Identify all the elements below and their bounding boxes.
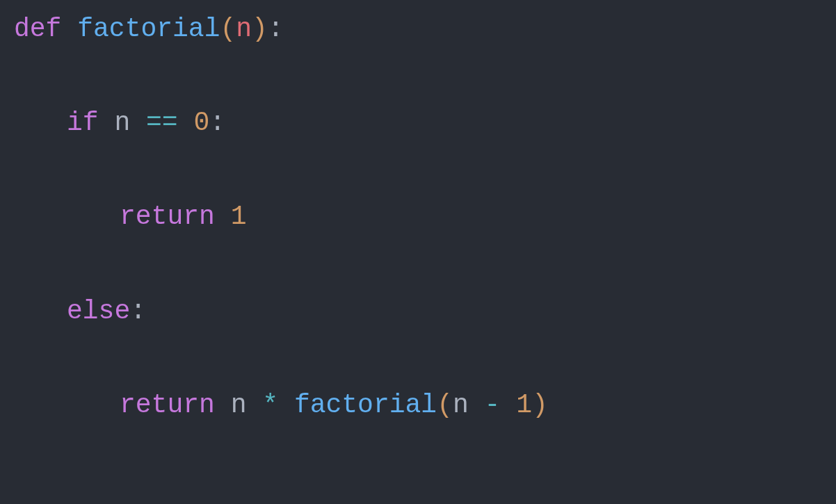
variable: n: [453, 390, 469, 420]
code-line-1: def factorial(n):: [14, 10, 822, 47]
space: [99, 108, 115, 138]
code-line-3: return 1: [14, 198, 822, 235]
keyword-else: else: [67, 296, 130, 326]
code-line-4: else:: [14, 293, 822, 330]
space: [61, 14, 77, 44]
variable: n: [114, 108, 130, 138]
paren-close: ): [532, 390, 548, 420]
operator-mul: *: [262, 390, 278, 420]
operator-eq: ==: [146, 108, 178, 138]
space: [215, 390, 231, 420]
colon: :: [209, 108, 225, 138]
number-zero: 0: [193, 108, 209, 138]
number-one: 1: [516, 390, 532, 420]
parameter: n: [236, 14, 252, 44]
space: [215, 202, 231, 231]
paren-open: (: [437, 390, 453, 420]
space: [178, 108, 194, 138]
space: [130, 108, 146, 138]
code-editor[interactable]: def factorial(n): if n == 0: return 1 el…: [14, 10, 822, 423]
space: [278, 390, 294, 420]
keyword-return: return: [120, 390, 215, 420]
function-name: factorial: [77, 14, 220, 44]
space: [500, 390, 516, 420]
colon: :: [268, 14, 284, 44]
colon: :: [130, 296, 146, 326]
code-line-5: return n * factorial(n - 1): [14, 387, 822, 423]
paren-close: ): [252, 14, 268, 44]
operator-minus: -: [485, 390, 501, 420]
function-call: factorial: [294, 390, 437, 420]
paren-open: (: [220, 14, 236, 44]
space: [469, 390, 485, 420]
code-line-2: if n == 0:: [14, 104, 822, 141]
number-one: 1: [231, 202, 247, 231]
space: [246, 390, 262, 420]
keyword-if: if: [67, 108, 99, 138]
keyword-return: return: [120, 202, 215, 231]
keyword-def: def: [14, 14, 61, 44]
variable: n: [231, 390, 247, 420]
